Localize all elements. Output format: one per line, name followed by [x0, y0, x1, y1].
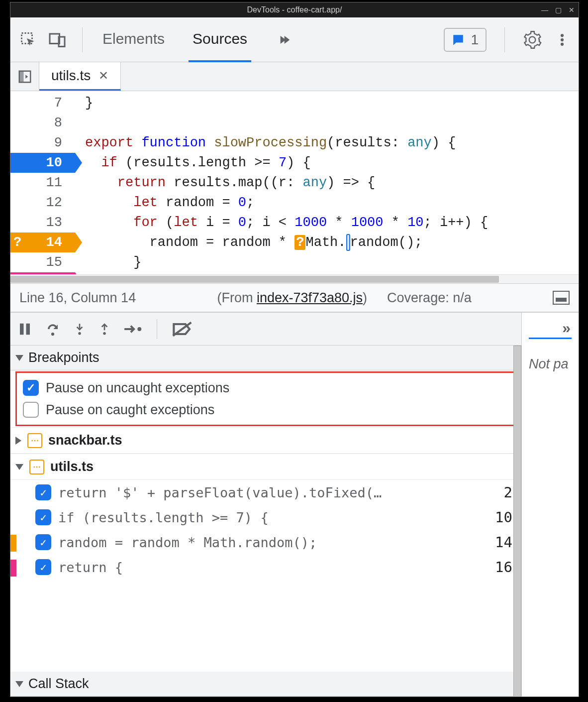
code-line[interactable]: export function slowProcessing(results: …: [85, 133, 579, 153]
collapse-bottom-icon[interactable]: [553, 291, 570, 305]
pause-caught-row[interactable]: Pause on caught exceptions: [17, 399, 517, 421]
close-icon[interactable]: ✕: [98, 69, 108, 83]
breakpoint-file-group[interactable]: ⋯utils.ts: [10, 454, 521, 480]
maximize-button[interactable]: ▢: [555, 6, 562, 14]
svg-point-11: [78, 332, 81, 334]
line-number[interactable]: 11: [10, 173, 75, 193]
toggle-navigator-icon[interactable]: [10, 62, 39, 91]
line-number[interactable]: 7: [10, 93, 75, 113]
panel-tabs: Elements Sources: [98, 17, 295, 62]
code-line[interactable]: return results.map((r: any) => {: [85, 173, 579, 193]
line-number[interactable]: 8: [10, 113, 75, 133]
file-tab-label: utils.ts: [51, 68, 91, 84]
breakpoint-file-group[interactable]: ⋯snackbar.ts: [10, 427, 521, 454]
file-name: snackbar.ts: [48, 433, 122, 448]
checkbox[interactable]: [35, 484, 51, 500]
line-gutter[interactable]: 78910111213141516: [10, 91, 75, 274]
line-number[interactable]: 13: [10, 213, 75, 233]
file-tab-utils[interactable]: utils.ts ✕: [39, 62, 121, 91]
chevron-down-icon: [15, 464, 23, 470]
checkbox[interactable]: [23, 402, 39, 418]
code-content[interactable]: } export function slowProcessing(results…: [75, 91, 579, 274]
callstack-header[interactable]: Call Stack: [10, 672, 521, 697]
file-icon: ⋯: [29, 460, 44, 474]
breakpoint-line-number: 2: [504, 484, 512, 501]
breakpoint-code-preview: return '$' + parseFloat(value).toFixed(…: [58, 485, 497, 500]
breakpoint-code-preview: return {: [58, 560, 488, 575]
debugger-sidebar: Breakpoints Pause on uncaught exceptions…: [10, 313, 522, 697]
pause-uncaught-row[interactable]: Pause on uncaught exceptions: [17, 377, 517, 399]
scrollbar-thumb[interactable]: [10, 276, 499, 283]
line-number[interactable]: 9: [10, 133, 75, 153]
tab-sources[interactable]: Sources: [189, 17, 251, 62]
chevron-right-icon: [15, 437, 21, 445]
window-title: DevTools - coffee-cart.app/: [247, 5, 342, 14]
breakpoint-entry[interactable]: if (results.length >= 7) {10: [10, 505, 521, 530]
minimize-button[interactable]: —: [541, 6, 548, 14]
breakpoint-code-preview: random = random * Math.random();: [58, 535, 488, 550]
close-button[interactable]: ✕: [569, 6, 575, 14]
breakpoints-title: Breakpoints: [28, 350, 99, 365]
step-over-icon[interactable]: [44, 322, 61, 337]
svg-point-13: [137, 327, 141, 331]
code-line[interactable]: random = random * ?Math.​random();: [85, 233, 579, 252]
svg-point-10: [51, 332, 54, 335]
callstack-title: Call Stack: [28, 676, 89, 692]
separator: [157, 319, 157, 339]
vertical-scrollbar[interactable]: [513, 346, 521, 697]
debugger-area: Breakpoints Pause on uncaught exceptions…: [10, 312, 579, 697]
more-tabs-icon[interactable]: [271, 17, 295, 62]
tab-elements[interactable]: Elements: [98, 17, 169, 62]
devtools-window: DevTools - coffee-cart.app/ — ▢ ✕ Elemen…: [10, 2, 579, 697]
chevron-down-icon: [15, 681, 23, 687]
svg-rect-7: [19, 71, 23, 82]
pause-status: Not pa: [529, 356, 572, 372]
code-line[interactable]: }: [85, 252, 579, 272]
checkbox[interactable]: [23, 380, 39, 396]
checkbox[interactable]: [35, 509, 51, 525]
code-line[interactable]: [85, 113, 579, 133]
code-editor[interactable]: 78910111213141516 } export function slow…: [10, 91, 579, 274]
horizontal-scrollbar[interactable]: [10, 274, 579, 283]
checkbox[interactable]: [35, 534, 51, 550]
line-number[interactable]: 10: [10, 153, 75, 173]
debug-right-panel: » Not pa: [522, 313, 579, 697]
svg-point-5: [561, 42, 564, 45]
line-number[interactable]: 14: [10, 233, 75, 252]
settings-icon[interactable]: [523, 30, 542, 49]
step-into-icon[interactable]: [73, 321, 86, 338]
deactivate-breakpoints-icon[interactable]: [172, 322, 192, 337]
checkbox[interactable]: [35, 559, 51, 575]
breakpoint-entry[interactable]: random = random * Math.random();14: [10, 530, 521, 555]
breakpoints-header[interactable]: Breakpoints: [10, 346, 521, 370]
code-line[interactable]: }: [85, 93, 579, 113]
breakpoint-line-number: 10: [495, 509, 512, 526]
breakpoints-list: Pause on uncaught exceptions Pause on ca…: [10, 370, 521, 580]
breakpoint-entry[interactable]: return {16: [10, 555, 521, 580]
code-line[interactable]: let random = 0;: [85, 193, 579, 213]
file-tab-bar: utils.ts ✕: [10, 62, 579, 91]
inspect-icon[interactable]: [19, 31, 37, 49]
step-out-icon[interactable]: [98, 321, 111, 338]
source-map-from: (From index-73f73a80.js): [217, 290, 367, 306]
device-toggle-icon[interactable]: [48, 31, 66, 49]
kebab-menu-icon[interactable]: [555, 31, 570, 49]
breakpoint-entry[interactable]: return '$' + parseFloat(value).toFixed(……: [10, 480, 521, 505]
line-number[interactable]: 12: [10, 193, 75, 213]
issues-count: 1: [471, 32, 479, 48]
pause-icon[interactable]: [17, 321, 32, 338]
scrollbar-thumb[interactable]: [513, 346, 521, 697]
code-line[interactable]: for (let i = 0; i < 1000 * 1000 * 10; i+…: [85, 213, 579, 233]
svg-point-12: [103, 332, 105, 334]
issues-badge[interactable]: 1: [444, 28, 487, 52]
tab-underline: [529, 338, 572, 339]
svg-point-4: [561, 38, 564, 41]
source-map-link[interactable]: index-73f73a80.js: [257, 290, 363, 305]
coverage-label: Coverage: n/a: [387, 290, 472, 306]
line-number[interactable]: 15: [10, 252, 75, 272]
main-toolbar: Elements Sources 1: [10, 17, 579, 62]
breakpoint-line-number: 14: [495, 534, 512, 551]
more-tabs-icon[interactable]: »: [562, 320, 571, 337]
step-icon[interactable]: [123, 323, 142, 336]
code-line[interactable]: if (results.length >= 7) {: [85, 153, 579, 173]
